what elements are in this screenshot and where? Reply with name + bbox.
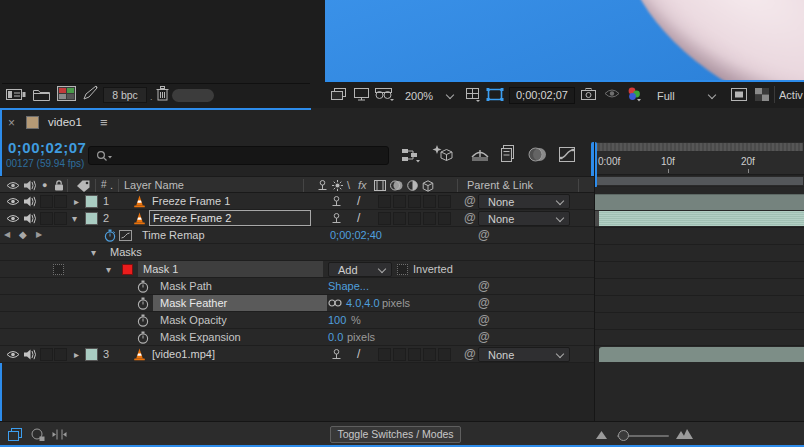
speaker-icon[interactable] — [24, 213, 36, 224]
lock-toggle[interactable] — [54, 195, 67, 208]
magnification-dropdown[interactable]: 200% — [397, 87, 459, 104]
lock-toggle[interactable] — [54, 212, 67, 225]
zoom-in-mountains-icon[interactable] — [676, 429, 693, 439]
snapshot-camera-icon[interactable] — [581, 88, 596, 100]
work-area-bar[interactable] — [595, 176, 804, 186]
layer-bar-video1[interactable] — [599, 347, 804, 362]
in-out-panes-icon[interactable] — [52, 429, 67, 440]
bpc-button[interactable]: 8 bpc — [103, 87, 147, 103]
fx-switch[interactable] — [378, 212, 391, 225]
expand-layer-pane-icon[interactable] — [8, 428, 22, 441]
quality-switch[interactable]: / — [357, 347, 360, 361]
twirl-open-icon[interactable]: ▾ — [106, 261, 111, 278]
property-label[interactable]: Mask Feather — [160, 297, 227, 309]
stopwatch-icon[interactable] — [137, 331, 149, 344]
grid-guides-icon[interactable] — [465, 88, 481, 102]
group-row-masks[interactable]: ▾ Masks — [0, 244, 594, 261]
group-label[interactable]: Masks — [110, 246, 142, 258]
pick-whip-icon[interactable]: @ — [478, 329, 490, 346]
project-scrollbar-thumb[interactable] — [172, 89, 214, 102]
mask-mode-dropdown[interactable]: Add — [328, 262, 392, 277]
pick-whip-icon[interactable]: @ — [464, 346, 476, 363]
timeline-zoom-slider-knob[interactable] — [618, 430, 629, 441]
stopwatch-icon[interactable] — [137, 280, 149, 293]
render-time-icon[interactable] — [31, 428, 45, 441]
adjustment-switch[interactable] — [423, 212, 436, 225]
zoom-out-mountain-icon[interactable] — [596, 431, 607, 439]
comp-timecode-box[interactable]: 0;00;02;07 — [509, 87, 575, 104]
3d-switch[interactable] — [438, 212, 451, 225]
solo-toggle[interactable] — [40, 212, 53, 225]
keyframe-prev-icon[interactable]: ◀ — [4, 230, 10, 239]
graph-editor-icon[interactable] — [558, 146, 576, 163]
twirl-closed-icon[interactable]: ▸ — [74, 346, 79, 363]
draft-3d-icon[interactable] — [432, 145, 454, 163]
pick-whip-icon[interactable]: @ — [478, 312, 490, 329]
adjustment-switch[interactable] — [423, 348, 436, 361]
property-row-mask-feather[interactable]: Mask Feather 4.0,4.0 pixels @ — [0, 295, 594, 312]
mask-path-value[interactable]: Shape... — [328, 280, 369, 292]
pick-whip-icon[interactable]: @ — [478, 227, 490, 244]
composition-flowchart-icon[interactable] — [401, 148, 421, 163]
search-input[interactable] — [88, 146, 389, 165]
show-snapshot-icon[interactable] — [604, 88, 620, 99]
link-dimensions-icon[interactable] — [328, 299, 342, 307]
property-label[interactable]: Time Remap — [142, 229, 205, 241]
time-navigator-bar[interactable] — [595, 142, 804, 152]
layer-bar-in-handle[interactable] — [595, 211, 599, 226]
solo-toggle[interactable] — [40, 195, 53, 208]
timeline-tab[interactable]: × video1 ≡ — [4, 112, 134, 136]
search-icon[interactable] — [96, 150, 113, 162]
quality-switch[interactable]: / — [357, 211, 360, 225]
label-color-swatch[interactable] — [85, 195, 98, 208]
composition-viewport[interactable] — [325, 0, 804, 81]
property-label[interactable]: Mask Opacity — [160, 314, 227, 326]
time-ruler[interactable]: 0:00f 10f 20f — [595, 152, 804, 175]
stopwatch-icon-active[interactable] — [104, 229, 116, 242]
active-camera-dropdown[interactable]: Activ — [779, 89, 804, 101]
layer-name-edit-box[interactable]: Freeze Frame 2 — [149, 210, 311, 226]
motion-blur-icon[interactable] — [528, 147, 547, 162]
mask-visibility-checkbox[interactable] — [53, 264, 64, 275]
mask-name-highlight[interactable]: Mask 1 — [138, 261, 323, 277]
property-label-highlight[interactable]: Mask Feather — [153, 295, 327, 311]
mask-expansion-value[interactable]: 0.0 — [328, 331, 343, 343]
adjustment-switch[interactable] — [423, 195, 436, 208]
layer-name[interactable]: [video1.mp4] — [152, 348, 215, 360]
motion-blur-switch[interactable] — [408, 212, 421, 225]
3d-switch[interactable] — [438, 348, 451, 361]
mask-row-mask-1[interactable]: ▾ Mask 1 Add Inverted — [0, 261, 594, 278]
property-row-mask-path[interactable]: Mask Path Shape... @ — [0, 278, 594, 295]
panel-menu-icon[interactable]: ≡ — [100, 115, 108, 130]
layer-name[interactable]: Freeze Frame 2 — [153, 212, 231, 224]
pick-whip-icon[interactable]: @ — [478, 278, 490, 295]
twirl-open-icon[interactable]: ▾ — [72, 210, 77, 227]
layer-row-video1[interactable]: ▸ 3 [video1.mp4] / @ None — [0, 346, 594, 363]
eye-icon[interactable] — [6, 350, 20, 359]
shy-layers-icon[interactable] — [470, 148, 490, 162]
toggle-switches-modes-button[interactable]: Toggle Switches / Modes — [330, 426, 461, 443]
interpret-footage-icon[interactable] — [6, 88, 26, 101]
motion-blur-switch[interactable] — [408, 348, 421, 361]
lock-toggle[interactable] — [54, 348, 67, 361]
frame-blend-switch[interactable] — [393, 212, 406, 225]
timeline-current-time[interactable]: 0;00;02;07 — [8, 139, 86, 156]
property-label[interactable]: Mask Path — [160, 280, 212, 292]
region-of-interest-icon[interactable] — [731, 88, 747, 101]
fx-switch[interactable] — [378, 195, 391, 208]
label-color-swatch[interactable] — [85, 212, 98, 225]
layer-row-freeze-frame-2[interactable]: ▾ 2 Freeze Frame 2 / @ None — [0, 210, 594, 227]
monitor-icon[interactable] — [354, 88, 369, 101]
layer-bar-freeze-frame-2-selected[interactable] — [595, 211, 804, 226]
layer-bar-freeze-frame-1[interactable] — [595, 194, 804, 210]
label-color-swatch[interactable] — [85, 348, 98, 361]
mask-visibility-toggle-icon[interactable] — [486, 87, 504, 102]
pick-whip-icon[interactable]: @ — [464, 193, 476, 210]
property-label[interactable]: Mask Expansion — [160, 331, 241, 343]
stopwatch-icon[interactable] — [137, 297, 149, 310]
keyframe-next-icon[interactable]: ▶ — [36, 230, 42, 239]
resolution-dropdown[interactable]: Full — [649, 87, 721, 104]
3d-glasses-icon[interactable] — [375, 88, 394, 101]
parent-dropdown[interactable]: None — [478, 211, 570, 226]
pick-whip-icon[interactable]: @ — [464, 210, 476, 227]
